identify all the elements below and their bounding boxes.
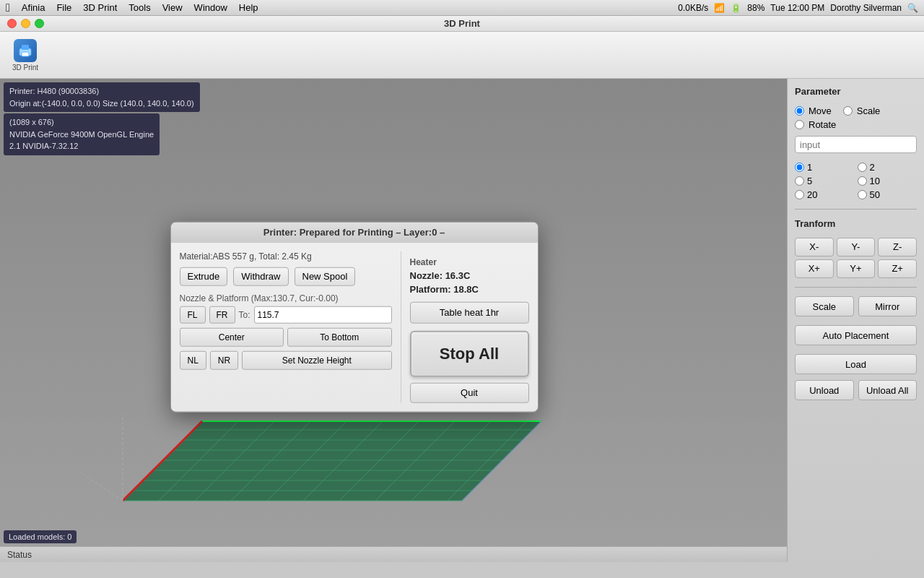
extrude-button[interactable]: Extrude — [180, 267, 228, 285]
nozzle-platform-info: Nozzle & Platform (Max:130.7, Cur:-0.00) — [180, 293, 392, 303]
material-info: Material:ABS 557 g, Total: 2.45 Kg — [180, 251, 392, 261]
z-minus-button[interactable]: Z- — [878, 238, 917, 256]
toolbar-3dprint-icon[interactable]: 3D Print — [7, 37, 43, 73]
print-icon — [14, 39, 37, 62]
panel-divider-2 — [795, 287, 917, 288]
move-label[interactable]: Move — [808, 105, 832, 116]
position-value-input[interactable] — [254, 306, 392, 323]
num-1-radio[interactable] — [795, 163, 804, 172]
heater-title: Heater — [410, 256, 529, 267]
apple-menu[interactable]:  — [6, 1, 10, 14]
x-plus-button[interactable]: X+ — [795, 259, 834, 278]
menu-afinia[interactable]: Afinia — [22, 2, 45, 13]
center-button[interactable]: Center — [180, 327, 284, 346]
menu-window[interactable]: Window — [194, 2, 227, 13]
unload-all-button[interactable]: Unload All — [858, 380, 918, 400]
num-5-radio[interactable] — [795, 176, 804, 186]
svg-rect-2 — [22, 52, 29, 56]
gpu-info-box: (1089 x 676) NVIDIA GeForce 9400M OpenGL… — [4, 113, 160, 155]
parameter-input[interactable]: input — [795, 136, 917, 153]
clock: Tue 12:00 PM — [770, 3, 824, 13]
y-plus-button[interactable]: Y+ — [837, 259, 876, 278]
nr-button[interactable]: NR — [210, 350, 238, 369]
num-50-label[interactable]: 50 — [870, 189, 880, 200]
status-bar: Status — [0, 546, 787, 562]
print-dialog: Printer: Prepared for Printing – Layer:0… — [170, 221, 539, 412]
dialog-body: Material:ABS 557 g, Total: 2.45 Kg Extru… — [171, 242, 538, 411]
x-minus-button[interactable]: X- — [795, 238, 834, 256]
battery-pct: 88% — [747, 3, 764, 13]
maximize-button[interactable] — [35, 19, 44, 28]
menu-3dprint[interactable]: 3D Print — [83, 2, 117, 13]
move-radio[interactable] — [795, 106, 804, 116]
number-options-grid: 1 2 5 10 20 50 — [795, 162, 917, 200]
dialog-left: Material:ABS 557 g, Total: 2.45 Kg Extru… — [180, 251, 401, 402]
num-10-radio[interactable] — [858, 176, 867, 186]
set-nozzle-height-button[interactable]: Set Nozzle Height — [242, 350, 391, 369]
loaded-models-info: Loaded models: 0 — [4, 530, 77, 543]
3d-viewport[interactable]: Printer: H480 (90003836) Origin at:(-140… — [0, 79, 787, 562]
num-10-option: 10 — [858, 176, 918, 186]
num-2-radio[interactable] — [858, 163, 867, 172]
svg-marker-3 — [123, 421, 541, 501]
fl-button[interactable]: FL — [180, 306, 206, 323]
table-heat-button[interactable]: Table heat 1hr — [410, 301, 529, 323]
z-plus-button[interactable]: Z+ — [878, 259, 917, 278]
mirror-button[interactable]: Mirror — [858, 296, 918, 316]
menu-help[interactable]: Help — [239, 2, 258, 13]
rotate-radio[interactable] — [795, 120, 804, 129]
svg-line-27 — [79, 472, 123, 501]
y-minus-button[interactable]: Y- — [837, 238, 876, 256]
transform-buttons-grid: X- Y- Z- X+ Y+ Z+ — [795, 238, 917, 278]
to-label: To: — [239, 309, 250, 319]
search-icon[interactable]: 🔍 — [907, 3, 918, 13]
to-bottom-button[interactable]: To Bottom — [287, 327, 392, 346]
num-50-radio[interactable] — [858, 190, 867, 199]
menu-tools[interactable]: Tools — [128, 2, 150, 13]
stop-all-button[interactable]: Stop All — [410, 330, 529, 376]
num-5-label[interactable]: 5 — [807, 176, 812, 186]
user-name: Dorothy Silverman — [830, 3, 902, 13]
unload-button[interactable]: Unload — [795, 380, 854, 400]
scale-radio[interactable] — [843, 106, 853, 116]
num-20-radio[interactable] — [795, 190, 804, 199]
minimize-button[interactable] — [21, 19, 30, 28]
unload-row: Unload Unload All — [795, 380, 917, 400]
menu-file[interactable]: File — [56, 2, 71, 13]
svg-rect-1 — [22, 45, 29, 50]
nl-button[interactable]: NL — [180, 350, 206, 369]
network-speed: 0.0KB/s — [678, 3, 708, 13]
menu-view[interactable]: View — [162, 2, 183, 13]
withdraw-button[interactable]: Withdraw — [233, 267, 288, 285]
nl-nr-row: NL NR Set Nozzle Height — [180, 350, 392, 369]
move-option: Move Scale — [795, 105, 917, 116]
rotate-option: Rotate — [795, 119, 917, 130]
scale-label[interactable]: Scale — [857, 105, 881, 116]
new-spool-button[interactable]: New Spool — [295, 267, 356, 285]
scale-button[interactable]: Scale — [795, 296, 854, 316]
scale-mirror-row: Scale Mirror — [795, 296, 917, 316]
toolbar: 3D Print — [0, 32, 924, 79]
right-panel: Parameter Move Scale Rotate input 1 — [787, 79, 924, 562]
num-20-option: 20 — [795, 189, 855, 200]
printer-info-box: Printer: H480 (90003836) Origin at:(-140… — [4, 82, 200, 112]
dialog-right-heater: Heater Nozzle: 16.3C Platform: 18.8C Tab… — [410, 251, 529, 402]
auto-placement-button[interactable]: Auto Placement — [795, 325, 917, 345]
panel-divider — [795, 209, 917, 210]
num-1-option: 1 — [795, 162, 855, 173]
load-button[interactable]: Load — [795, 354, 917, 374]
quit-button[interactable]: Quit — [410, 382, 529, 402]
close-button[interactable] — [7, 19, 17, 28]
battery-icon: 🔋 — [731, 3, 741, 13]
num-1-label[interactable]: 1 — [807, 162, 812, 173]
num-20-label[interactable]: 20 — [807, 189, 817, 200]
transform-mode-group: Move Scale Rotate — [795, 105, 917, 130]
menu-bar:  Afinia File 3D Print Tools View Window… — [0, 0, 924, 16]
num-10-label[interactable]: 10 — [870, 176, 880, 186]
fr-button[interactable]: FR — [209, 306, 235, 323]
main-area: Printer: H480 (90003836) Origin at:(-140… — [0, 79, 924, 562]
num-2-label[interactable]: 2 — [870, 162, 875, 173]
rotate-label[interactable]: Rotate — [808, 119, 836, 130]
tranform-title: Tranform — [795, 218, 917, 229]
toolbar-label: 3D Print — [12, 64, 38, 72]
